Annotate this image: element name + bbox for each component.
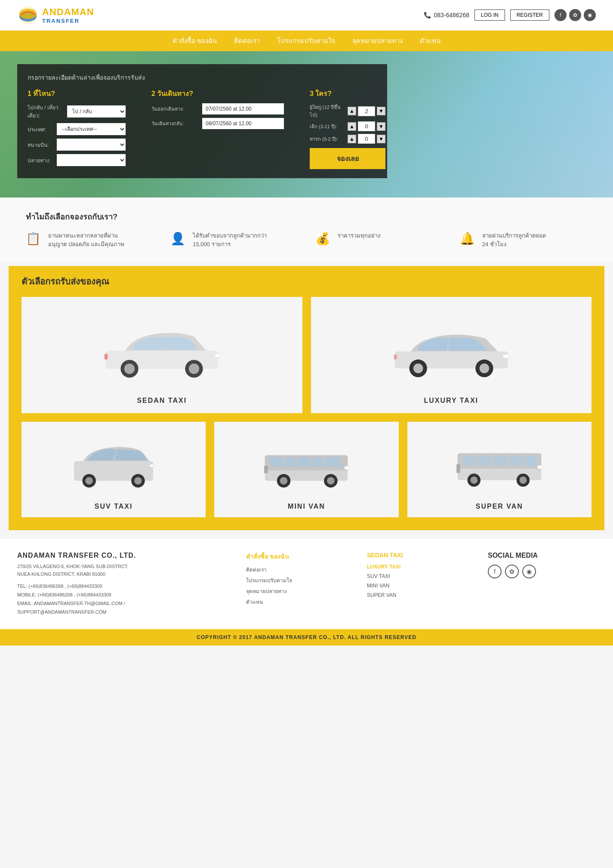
suv-image-area	[28, 429, 199, 497]
svg-rect-16	[394, 355, 397, 359]
child-spinner: ▲ ▼	[348, 121, 385, 131]
clipboard-icon: 📋	[26, 232, 43, 249]
footer-link-super[interactable]: SUPER VAN	[367, 591, 475, 598]
logo-icon	[17, 4, 39, 26]
svg-point-48	[537, 465, 543, 469]
super-van-label: SUPER VAN	[476, 503, 523, 510]
footer-contact-info: TEL: (+66)836486268 , (+66)884433309 MOB…	[17, 582, 233, 616]
country-label: ประเทศ:	[28, 125, 53, 133]
sedan-taxi-card[interactable]: SEDAN TAXI	[22, 297, 302, 413]
form-col-where: 1 ที่ไหน? ไปกลับ / เที่ยวเดียว: ไป / กลั…	[28, 88, 126, 170]
country-select[interactable]: --เลือกประเทศ--	[57, 123, 126, 135]
airport-select[interactable]	[57, 139, 126, 151]
phone-number: 083-6486268	[434, 12, 469, 19]
instagram-icon[interactable]: ◉	[584, 9, 596, 21]
nav-orders[interactable]: คำสั่งซื้อ ของฉัน	[173, 36, 217, 46]
luxury-taxi-label: LUXURY TAXI	[424, 397, 478, 405]
register-button[interactable]: REGISTER	[510, 9, 549, 21]
depart-date-input[interactable]	[202, 103, 284, 114]
footer-link-contact[interactable]: ติดต่อเรา	[246, 565, 354, 574]
svg-point-21	[134, 477, 142, 485]
dollar-icon: 💰	[315, 232, 333, 249]
vehicles-title: ตัวเลือกรถรับส่งของคุณ	[22, 275, 591, 288]
svg-point-5	[124, 364, 135, 374]
why-item-1: 📋 ยานพาหนะหลากหลายที่ผ่านอนุญาต ปลอดภัย …	[26, 232, 153, 249]
child-label: เด็ก (3-11 ปี):	[310, 123, 344, 130]
form-row: 1 ที่ไหน? ไปกลับ / เที่ยวเดียว: ไป / กลั…	[28, 88, 377, 170]
svg-rect-34	[264, 466, 268, 473]
svg-point-15	[502, 354, 510, 358]
header-right: 📞 083-6486268 LOG IN REGISTER f ✿ ◉	[424, 9, 596, 21]
login-button[interactable]: LOG IN	[474, 9, 505, 21]
footer-instagram-icon[interactable]: ◉	[522, 565, 536, 578]
footer-facebook-icon[interactable]: f	[488, 565, 502, 578]
book-button[interactable]: จองเลย	[310, 148, 385, 169]
footer-link-mini[interactable]: MINI VAN	[367, 582, 475, 589]
hero-section: กรอกรายละเอียดด้านล่างเพื่อจองบริการรับส…	[0, 51, 613, 198]
facebook-icon[interactable]: f	[554, 9, 567, 21]
adult-increment[interactable]: ▼	[377, 107, 385, 115]
footer-vehicles-col: SEDAN TAXI LUXURY TAXI SUV TAXI MINI VAN…	[367, 552, 475, 616]
phone-area: 📞 083-6486268	[424, 12, 469, 19]
footer-nav-links: ติดต่อเรา โปรแกรมปรับตามใจ จุดหมายปลายทา…	[246, 565, 354, 606]
why-item-2: 👤 ได้รับคำขอบจากลูกค้ามากกว่า15,000 รายก…	[170, 232, 298, 249]
child-increment[interactable]: ▼	[377, 122, 385, 131]
twitter-icon[interactable]: ✿	[569, 9, 581, 21]
booking-form: กรอกรายละเอียดด้านล่างเพื่อจองบริการรับส…	[17, 64, 387, 178]
depart-date-group: วันออกเดินทาง:	[151, 103, 284, 114]
child-decrement[interactable]: ▲	[348, 122, 356, 131]
infant-row: ทารก (0-2 ปี): ▲ ▼	[310, 134, 385, 144]
footer-twitter-icon[interactable]: ✿	[505, 565, 519, 578]
footer-link-luxury[interactable]: LUXURY TAXI	[367, 563, 475, 570]
return-label: วันเดินทางกลับ:	[151, 120, 199, 127]
footer-link-suv[interactable]: SUV TAXI	[367, 572, 475, 579]
suv-taxi-card[interactable]: SUV TAXI	[22, 422, 206, 517]
return-date-group: วันเดินทางกลับ:	[151, 118, 284, 129]
adult-decrement[interactable]: ▲	[348, 107, 356, 115]
return-date-input[interactable]	[202, 118, 284, 129]
destination-label: ปลายทาง:	[28, 156, 53, 164]
footer-link-agent[interactable]: ตัวแทน	[246, 598, 354, 606]
why-section: ทำไมถึงเลือกจองรถกับเรา? 📋 ยานพาหนะหลากห…	[0, 198, 613, 262]
super-van-card[interactable]: SUPER VAN	[407, 422, 591, 517]
form-col-who: 3 ใคร? ผู้ใหญ่ (12 ปีขึ้นไป): ▲ ▼ เด็ก (…	[310, 88, 385, 169]
svg-point-7	[189, 364, 199, 374]
trip-type-select[interactable]: ไป / กลับ เที่ยวเดียว	[67, 105, 126, 117]
nav-agent[interactable]: ตัวแทน	[420, 36, 440, 46]
footer-address: 270/25 VILLAGENO.6, KHOK-YANG SUB-DISTRC…	[17, 563, 233, 578]
section1-title: 1 ที่ไหน?	[28, 88, 126, 99]
why-items: 📋 ยานพาหนะหลากหลายที่ผ่านอนุญาต ปลอดภัย …	[26, 232, 587, 249]
adult-value-input[interactable]	[358, 106, 375, 116]
airport-label: สนามบิน:	[28, 141, 53, 149]
luxury-image-area	[320, 306, 583, 392]
header-social-icons: f ✿ ◉	[554, 9, 596, 21]
svg-rect-25	[271, 457, 282, 467]
nav-destination[interactable]: จุดหมายปลายทาง	[352, 36, 403, 46]
header: ANDAMAN TRANSFER 📞 083-6486268 LOG IN RE…	[0, 0, 613, 31]
footer-social-col: SOCIAL MEDIA f ✿ ◉	[488, 552, 596, 616]
mini-van-image-area	[221, 429, 391, 497]
phone-icon: 📞	[424, 12, 431, 19]
country-group: ประเทศ: --เลือกประเทศ--	[28, 123, 126, 135]
infant-spinner: ▲ ▼	[348, 134, 385, 144]
child-value-input[interactable]	[358, 121, 375, 131]
social-media-heading: SOCIAL MEDIA	[488, 552, 596, 559]
infant-value-input[interactable]	[358, 134, 375, 144]
footer-link-program[interactable]: โปรแกรมปรับตามใจ	[246, 576, 354, 584]
svg-rect-41	[509, 455, 522, 466]
footer-link-destination[interactable]: จุดหมายปลายทาง	[246, 587, 354, 595]
infant-decrement[interactable]: ▲	[348, 135, 356, 143]
why-text-2: ได้รับคำขอบจากลูกค้ามากกว่า15,000 รายการ	[193, 232, 267, 248]
svg-point-44	[470, 476, 477, 484]
luxury-taxi-card[interactable]: LUXURY TAXI	[311, 297, 592, 413]
nav-contact[interactable]: ติดต่อเรา	[234, 36, 260, 46]
nav-program[interactable]: โปรแกรมปรับตามใจ	[277, 36, 335, 46]
infant-increment[interactable]: ▼	[377, 135, 385, 143]
svg-point-33	[327, 477, 335, 485]
footer-vehicle-links: LUXURY TAXI SUV TAXI MINI VAN SUPER VAN	[367, 563, 475, 598]
section3-title: 3 ใคร?	[310, 88, 385, 99]
svg-rect-42	[524, 455, 537, 466]
destination-select[interactable]	[57, 154, 126, 166]
mini-van-card[interactable]: MINI VAN	[214, 422, 398, 517]
why-title: ทำไมถึงเลือกจองรถกับเรา?	[26, 210, 587, 223]
